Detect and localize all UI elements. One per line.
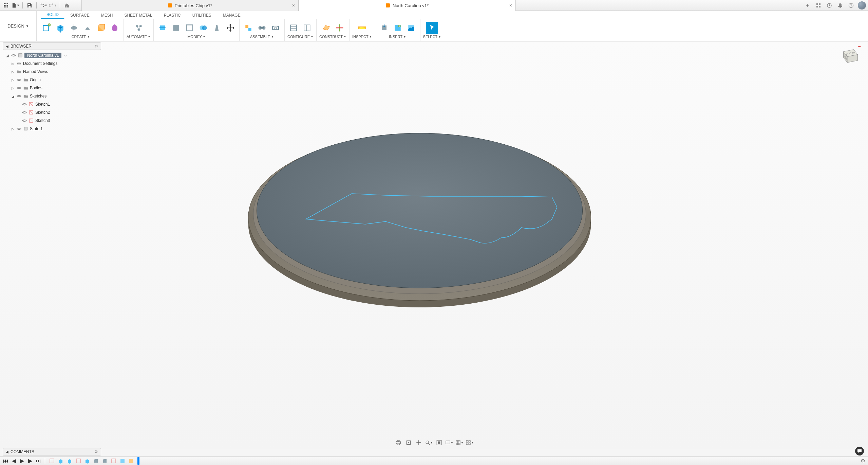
- profile-avatar[interactable]: [858, 1, 866, 10]
- tree-root[interactable]: ◢ North Carolina v1 ○: [3, 51, 101, 59]
- plane-tool[interactable]: [320, 22, 332, 34]
- shell-tool[interactable]: [184, 22, 196, 34]
- visibility-icon[interactable]: [22, 118, 27, 123]
- grid-icon[interactable]: ▼: [455, 439, 464, 447]
- orbit-icon[interactable]: [394, 439, 402, 447]
- file-menu-button[interactable]: ▼: [12, 1, 20, 10]
- expand-arrow-icon[interactable]: ▷: [11, 62, 15, 66]
- job-status-icon[interactable]: [825, 1, 833, 10]
- help-icon[interactable]: ?: [847, 1, 855, 10]
- comments-panel-header[interactable]: ◀ COMMENTS ⚙: [3, 448, 101, 455]
- tree-item-sketch1[interactable]: Sketch1: [3, 100, 101, 108]
- zoom-icon[interactable]: ▼: [425, 439, 433, 447]
- timeline-feature-fillet[interactable]: [101, 458, 108, 464]
- tree-item-sketch3[interactable]: Sketch3: [3, 117, 101, 125]
- component-tool[interactable]: [242, 22, 254, 34]
- dropdown-icon[interactable]: ▼: [310, 35, 314, 38]
- collapse-arrow-icon[interactable]: ◀: [6, 450, 8, 454]
- lookat-icon[interactable]: [404, 439, 413, 447]
- save-button[interactable]: [25, 1, 34, 10]
- box-tool[interactable]: [95, 22, 107, 34]
- visibility-icon[interactable]: [16, 93, 22, 99]
- timeline-feature-sketch[interactable]: [110, 458, 117, 464]
- timeline-prev-button[interactable]: ◀: [11, 458, 17, 464]
- select-tool[interactable]: [426, 22, 438, 34]
- tree-item-document-settings[interactable]: ▷ Document Settings: [3, 59, 101, 68]
- insert-canvas-tool[interactable]: [405, 22, 417, 34]
- dropdown-icon[interactable]: ▼: [369, 35, 372, 38]
- redo-button[interactable]: ▼: [49, 1, 57, 10]
- timeline-end-marker[interactable]: [137, 457, 139, 465]
- press-pull-tool[interactable]: [156, 22, 169, 34]
- automate-tool[interactable]: [133, 22, 145, 34]
- expand-arrow-icon[interactable]: ◢: [11, 94, 15, 98]
- timeline-feature-canvas[interactable]: [119, 458, 126, 464]
- timeline-feature-extrude[interactable]: [84, 458, 91, 464]
- new-tab-button[interactable]: +: [804, 1, 812, 10]
- asbuilt-joint-tool[interactable]: [269, 22, 282, 34]
- fit-icon[interactable]: [435, 439, 443, 447]
- tree-item-named-views[interactable]: ▷ Named Views: [3, 68, 101, 76]
- tree-item-bodies[interactable]: ▷ Bodies: [3, 84, 101, 92]
- manage-config-tool[interactable]: [301, 22, 313, 34]
- viewcube[interactable]: BOTTOM BACK z: [837, 44, 861, 68]
- timeline-next-button[interactable]: ▶: [27, 458, 33, 464]
- extrude-tool[interactable]: [54, 22, 67, 34]
- browser-settings-icon[interactable]: ⚙: [94, 44, 98, 49]
- browser-header[interactable]: ◀ BROWSER ⚙: [3, 42, 101, 50]
- insert-decal-tool[interactable]: [392, 22, 404, 34]
- timeline-feature-extrude[interactable]: [66, 458, 73, 464]
- expand-arrow-icon[interactable]: ◢: [5, 54, 10, 57]
- dropdown-icon[interactable]: ▼: [343, 35, 346, 38]
- ribbon-tab-surface[interactable]: SURFACE: [64, 11, 95, 19]
- display-settings-icon[interactable]: ▼: [445, 439, 453, 447]
- timeline-feature-extrude[interactable]: [57, 458, 64, 464]
- ribbon-tab-mesh[interactable]: MESH: [95, 11, 119, 19]
- dropdown-icon[interactable]: ▼: [403, 35, 406, 38]
- document-tab-inactive[interactable]: Printables Chip v1* ×: [81, 0, 299, 11]
- collapse-arrow-icon[interactable]: ◀: [6, 44, 8, 48]
- ribbon-tab-manage[interactable]: MANAGE: [217, 11, 246, 19]
- timeline-play-button[interactable]: ▶: [19, 458, 25, 464]
- loft-tool[interactable]: [81, 22, 94, 34]
- axis-tool[interactable]: [334, 22, 346, 34]
- document-tab-active[interactable]: North Carolina v1* ×: [299, 0, 516, 11]
- workspace-selector[interactable]: DESIGN ▼: [0, 11, 37, 41]
- timeline-settings-icon[interactable]: ⚙: [861, 458, 865, 464]
- ribbon-tab-sheetmetal[interactable]: SHEET METAL: [118, 11, 158, 19]
- tree-item-state[interactable]: ▷ State:1: [3, 125, 101, 133]
- combine-tool[interactable]: [197, 22, 209, 34]
- viewport-icon[interactable]: ▼: [466, 439, 474, 447]
- timeline-last-button[interactable]: ⏭: [35, 458, 41, 464]
- draft-tool[interactable]: [211, 22, 223, 34]
- joint-tool[interactable]: [256, 22, 268, 34]
- timeline-feature-canvas[interactable]: [128, 458, 135, 464]
- dropdown-icon[interactable]: ▼: [203, 35, 206, 38]
- tree-item-sketch2[interactable]: Sketch2: [3, 108, 101, 117]
- tree-item-origin[interactable]: ▷ Origin: [3, 76, 101, 84]
- close-tab-icon[interactable]: ×: [509, 3, 512, 8]
- dropdown-icon[interactable]: ▼: [438, 35, 441, 38]
- comments-bubble-icon[interactable]: [855, 447, 864, 455]
- expand-arrow-icon[interactable]: ▷: [11, 78, 15, 82]
- move-tool[interactable]: [224, 22, 237, 34]
- expand-arrow-icon[interactable]: ▷: [11, 86, 15, 90]
- visibility-icon[interactable]: [16, 126, 22, 131]
- radio-icon[interactable]: ○: [64, 53, 67, 58]
- visibility-icon[interactable]: [16, 85, 22, 91]
- home-button[interactable]: [63, 1, 71, 10]
- form-tool[interactable]: [109, 22, 121, 34]
- pan-icon[interactable]: [415, 439, 423, 447]
- dropdown-icon[interactable]: ▼: [271, 35, 274, 38]
- visibility-icon[interactable]: [22, 110, 27, 115]
- undo-button[interactable]: ▼: [39, 1, 48, 10]
- extensions-icon[interactable]: [814, 1, 823, 10]
- dropdown-icon[interactable]: ▼: [148, 35, 151, 38]
- expand-arrow-icon[interactable]: ▷: [11, 70, 15, 74]
- measure-tool[interactable]: [356, 22, 368, 34]
- configure-tool[interactable]: [287, 22, 300, 34]
- timeline-feature-fillet[interactable]: [93, 458, 99, 464]
- timeline-first-button[interactable]: ⏮: [3, 458, 9, 464]
- viewport-canvas[interactable]: [0, 41, 868, 449]
- expand-arrow-icon[interactable]: ▷: [11, 127, 15, 131]
